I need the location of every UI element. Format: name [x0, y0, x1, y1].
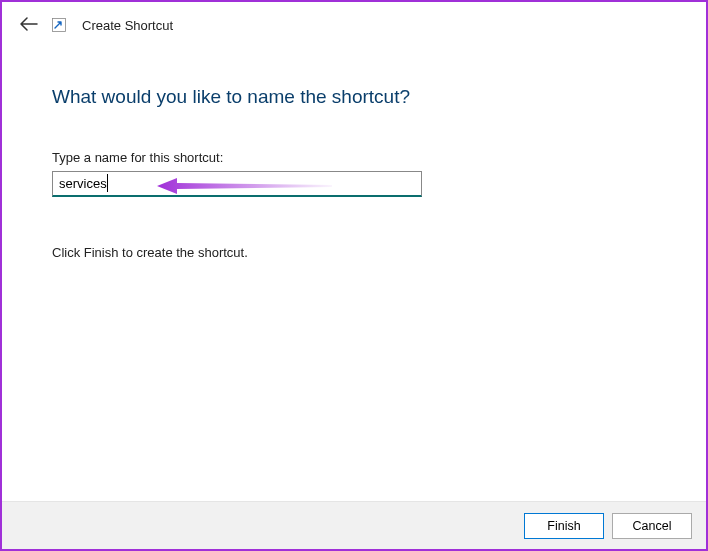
wizard-footer: Finish Cancel: [2, 501, 706, 549]
wizard-header: Create Shortcut: [2, 2, 706, 34]
svg-rect-0: [53, 19, 66, 32]
shortcut-overlay-icon: [52, 18, 66, 32]
page-heading: What would you like to name the shortcut…: [52, 86, 656, 108]
cancel-button[interactable]: Cancel: [612, 513, 692, 539]
shortcut-name-input-wrap: [52, 171, 422, 197]
back-arrow-icon[interactable]: [20, 16, 38, 34]
instruction-text: Click Finish to create the shortcut.: [52, 245, 656, 260]
text-cursor-icon: [107, 174, 108, 192]
wizard-content: What would you like to name the shortcut…: [2, 34, 706, 260]
finish-button[interactable]: Finish: [524, 513, 604, 539]
wizard-title: Create Shortcut: [82, 18, 173, 33]
shortcut-name-label: Type a name for this shortcut:: [52, 150, 656, 165]
